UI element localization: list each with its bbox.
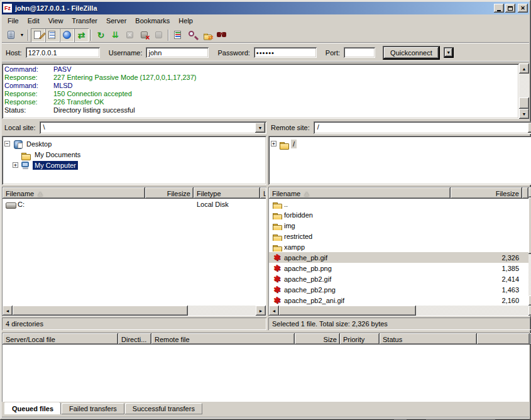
scroll-up-icon[interactable]: ▲ <box>528 187 531 197</box>
quickconnect-button[interactable]: Quickconnect <box>383 46 440 60</box>
remote-list-header: FilenameFilesize <box>269 187 528 199</box>
toolbar-separator <box>28 30 29 41</box>
local-horizontal-scrollbar[interactable]: ◄ ► <box>3 306 266 316</box>
log-scrollbar[interactable]: ▲ ▼ <box>519 64 529 119</box>
file-name: .. <box>284 201 288 208</box>
port-input[interactable] <box>344 47 375 58</box>
scroll-right-icon[interactable]: ► <box>528 306 531 316</box>
file-name: forbidden <box>284 211 313 219</box>
menu-server[interactable]: Server <box>102 16 131 26</box>
quickconnect-dropdown-button[interactable]: ▼ <box>444 47 454 58</box>
remote-hscroll-thumb[interactable] <box>279 306 416 316</box>
local-hscroll-thumb[interactable] <box>13 306 188 316</box>
toggle-local-tree-button[interactable] <box>45 28 60 42</box>
remote-hscroll-track[interactable] <box>279 306 528 316</box>
password-input[interactable] <box>254 47 317 58</box>
tab-successful-transfers[interactable]: Successful transfers <box>125 403 202 414</box>
menu-file[interactable]: File <box>3 16 23 26</box>
column-header-label: L <box>263 190 266 197</box>
remote-vscroll-track[interactable] <box>528 197 531 296</box>
tree-item--[interactable]: +/ <box>271 138 531 149</box>
column-header-remote-file[interactable]: Remote file <box>151 333 295 345</box>
file-row-apache-pb2-gif[interactable]: ✱apache_pb2.gif2,414 <box>269 274 528 284</box>
process-queue-button[interactable]: ⇊ <box>108 28 123 42</box>
chevron-down-icon[interactable]: ▼ <box>255 123 265 133</box>
column-header-filetype[interactable]: Filetype <box>194 187 260 199</box>
local-hscroll-track[interactable] <box>13 306 256 316</box>
filter-button[interactable] <box>214 28 229 42</box>
scroll-down-icon[interactable]: ▼ <box>519 109 529 119</box>
cancel-operation-button[interactable]: × <box>123 28 137 42</box>
menu-bookmarks[interactable]: Bookmarks <box>131 16 174 26</box>
remote-site-combobox[interactable]: / ▼ <box>314 121 531 134</box>
site-manager-button[interactable] <box>4 28 18 42</box>
toggle-message-log-button[interactable] <box>31 28 45 42</box>
column-header-filename[interactable]: Filename <box>269 187 451 199</box>
local-site-value: \ <box>40 121 254 134</box>
file-row-xampp[interactable]: xampp <box>269 241 528 252</box>
file-row-apache-pb-png[interactable]: ✱apache_pb.png1,385 <box>269 263 528 274</box>
host-input[interactable] <box>26 47 100 58</box>
column-header-filesize[interactable]: Filesize <box>145 187 194 199</box>
column-header-status[interactable]: Status <box>380 333 477 345</box>
tree-item-desktop[interactable]: −Desktop <box>4 138 264 149</box>
minimize-button[interactable] <box>494 4 504 13</box>
column-header-directi-[interactable]: Directi... <box>118 333 151 345</box>
chevron-down-icon[interactable]: ▼ <box>528 123 531 133</box>
column-header-priority[interactable]: Priority <box>340 333 380 345</box>
log-scroll-thumb[interactable] <box>519 97 529 109</box>
local-site-combobox[interactable]: \ ▼ <box>40 121 266 134</box>
expand-icon[interactable]: + <box>271 141 276 146</box>
tab-queued-files[interactable]: Queued files <box>4 402 61 414</box>
file-row-img[interactable]: img <box>269 220 528 231</box>
column-header-filename[interactable]: Filename <box>3 187 145 199</box>
expand-icon[interactable]: + <box>13 162 18 168</box>
title-bar[interactable]: Fz john@127.0.0.1 - FileZilla ✕ <box>2 2 529 14</box>
close-button[interactable]: ✕ <box>518 4 528 13</box>
scroll-right-icon[interactable]: ► <box>256 306 266 316</box>
file-row-forbidden[interactable]: forbidden <box>269 209 528 220</box>
site-manager-dropdown-button[interactable]: ▼ <box>18 28 26 42</box>
remote-status-bar: Selected 1 file. Total size: 2,326 bytes <box>268 318 531 330</box>
column-header-size[interactable]: Size <box>295 333 340 345</box>
file-row-apache-pb2-png[interactable]: ✱apache_pb2.png1,463 <box>269 284 528 295</box>
menu-view[interactable]: View <box>44 16 68 26</box>
image-file-icon: ✱ <box>272 285 282 294</box>
remote-vertical-scrollbar[interactable]: ▲ ▼ <box>528 187 531 306</box>
file-row-c-[interactable]: C:Local Disk <box>3 199 266 209</box>
menu-help[interactable]: Help <box>174 16 197 26</box>
column-header-server-local-file[interactable]: Server/Local file <box>3 333 118 345</box>
menu-transfer[interactable]: Transfer <box>67 16 102 26</box>
column-header-l[interactable]: L <box>260 187 266 199</box>
column-header-empty[interactable] <box>477 333 530 345</box>
username-input[interactable] <box>146 47 209 58</box>
reconnect-button[interactable] <box>151 28 166 42</box>
refresh-icon: ↻ <box>97 30 105 40</box>
remote-vscroll-thumb[interactable] <box>528 197 531 254</box>
file-row-apache-pb2-ani-gif[interactable]: ✱apache_pb2_ani.gif2,160 <box>269 295 528 306</box>
toggle-transfer-queue-button[interactable]: ⇄ <box>74 28 89 42</box>
window-title: john@127.0.0.1 - FileZilla <box>14 4 492 12</box>
file-row-restricted[interactable]: restricted <box>269 231 528 241</box>
file-row-apache-pb-gif[interactable]: ✱apache_pb.gif2,326 <box>269 252 528 263</box>
tree-item-my-documents[interactable]: My Documents <box>4 149 264 160</box>
menu-edit[interactable]: Edit <box>23 16 44 26</box>
scroll-down-icon[interactable]: ▼ <box>528 296 531 306</box>
toggle-remote-tree-button[interactable] <box>60 28 74 42</box>
file-row--[interactable]: .. <box>269 199 528 209</box>
tree-item-my-computer[interactable]: +My Computer <box>4 160 264 170</box>
collapse-icon[interactable]: − <box>4 141 10 146</box>
disconnect-button[interactable]: × <box>137 28 151 42</box>
refresh-button[interactable]: ↻ <box>94 28 108 42</box>
scroll-left-icon[interactable]: ◄ <box>3 306 13 316</box>
scroll-up-icon[interactable]: ▲ <box>519 64 529 74</box>
remote-horizontal-scrollbar[interactable]: ◄ ► <box>269 306 531 316</box>
tab-failed-transfers[interactable]: Failed transfers <box>62 403 124 414</box>
log-scroll-track[interactable] <box>519 74 529 109</box>
column-header-filesize[interactable]: Filesize <box>451 187 522 199</box>
synchronized-browsing-button[interactable]: ⇄ <box>200 28 214 42</box>
scroll-left-icon[interactable]: ◄ <box>269 306 279 316</box>
maximize-button[interactable] <box>505 4 515 13</box>
directory-comparison-button[interactable] <box>171 28 185 42</box>
find-files-button[interactable] <box>185 28 200 42</box>
